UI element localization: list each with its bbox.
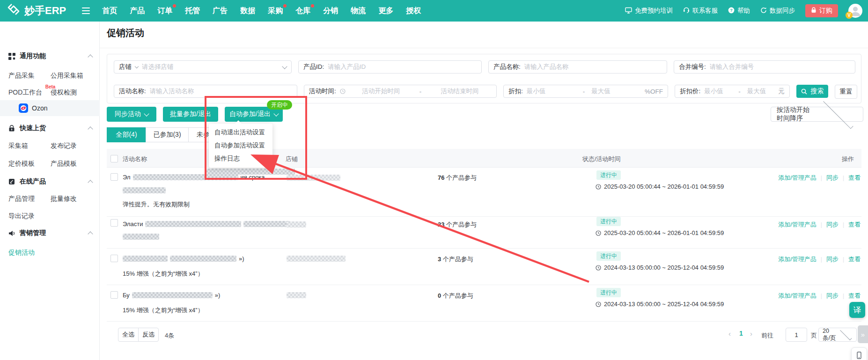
brand[interactable]: 妙手ERP: [0, 2, 66, 19]
row-divider: [107, 216, 861, 217]
nav-warehouse[interactable]: 仓库: [295, 6, 310, 16]
menu-item-operation-log[interactable]: 操作日志: [209, 152, 272, 165]
row-checkbox[interactable]: [110, 219, 118, 227]
sync-link[interactable]: 同步: [826, 255, 839, 264]
menu-icon[interactable]: [82, 7, 90, 15]
sidebar-section-general[interactable]: 通用功能: [0, 49, 100, 64]
nav-product[interactable]: 产品: [130, 6, 145, 16]
row-actions: 添加/管理产品| 同步| 查看: [778, 220, 861, 229]
sidebar-item-export-record[interactable]: 导出记录: [8, 212, 35, 220]
prev-page-button[interactable]: ‹: [728, 330, 731, 338]
redacted-text: [132, 292, 213, 298]
discount-price-range-input[interactable]: 折扣价: 最小值 - 最大值 元: [675, 85, 790, 98]
shop-select[interactable]: 店铺 请选择店铺: [114, 60, 292, 73]
nav-purchase[interactable]: 采购: [268, 6, 283, 16]
nav-home[interactable]: 首页: [102, 6, 117, 16]
page-size-select[interactable]: 20条/页: [818, 328, 857, 342]
contact-support-link[interactable]: 联系客服: [683, 7, 718, 15]
main-menu: 首页 产品 订单 托管 广告 数据 采购 仓库 分销 物流 更多 授权: [102, 6, 421, 16]
manage-products-link[interactable]: 添加/管理产品: [778, 255, 817, 264]
nav-ads[interactable]: 广告: [213, 6, 228, 16]
clock-icon: [340, 88, 346, 94]
menu-item-auto-exit-settings[interactable]: 自动退出活动设置: [209, 126, 272, 139]
sync-link[interactable]: 同步: [826, 220, 839, 229]
invert-selection-button[interactable]: 反选: [138, 328, 159, 342]
row-divider: [107, 285, 861, 285]
sidebar-item-ozon[interactable]: Ozon: [0, 100, 100, 116]
sync-link[interactable]: 同步: [826, 174, 839, 182]
view-link[interactable]: 查看: [848, 174, 861, 182]
sidebar-item-collect-box[interactable]: 采集箱: [8, 142, 28, 150]
redacted-store: [287, 256, 346, 262]
status-badge: 进行中: [596, 288, 621, 297]
redacted-text: [133, 174, 238, 180]
sync-link[interactable]: 同步: [826, 292, 839, 300]
goto-page-input[interactable]: 1: [786, 328, 807, 342]
row-checkbox[interactable]: [110, 173, 118, 181]
translate-button[interactable]: 译: [849, 302, 865, 318]
sidebar-item-infringement-check[interactable]: 侵权检测: [51, 88, 77, 97]
chevron-down-icon: [273, 111, 279, 116]
activity-name-input[interactable]: 活动名称: 请输入活动名称: [114, 85, 297, 98]
activity-time-range-picker[interactable]: 活动时间: 活动开始时间 - 活动结束时间: [304, 85, 497, 98]
select-all-button[interactable]: 全选: [118, 328, 139, 342]
total-count: 4条: [165, 331, 174, 340]
phone-widget[interactable]: [851, 347, 867, 360]
nav-distribution[interactable]: 分销: [323, 6, 338, 16]
tab-all[interactable]: 全部(4): [107, 127, 146, 142]
search-button[interactable]: 搜索: [796, 85, 828, 98]
auto-join-exit-dropdown: 自动退出活动设置 自动参加活动设置 操作日志: [209, 124, 272, 168]
product-id-input[interactable]: 产品ID: 请输入产品ID: [298, 60, 482, 73]
discount-range-input[interactable]: 折扣: 最小值 - 最大值 %OFF: [503, 85, 668, 98]
chevron-up-icon: [88, 54, 93, 59]
tab-joined[interactable]: 已参加(3): [146, 127, 189, 142]
sidebar-section-marketing[interactable]: 营销管理: [0, 226, 100, 241]
page-unit-label: 页: [811, 331, 817, 340]
sidebar-item-pricing-template[interactable]: 定价模板: [8, 160, 35, 168]
view-link[interactable]: 查看: [848, 292, 861, 300]
sidebar-item-public-collect-box[interactable]: 公用采集箱: [51, 72, 83, 80]
next-page-button[interactable]: ›: [750, 330, 752, 338]
collapse-handle[interactable]: »: [858, 325, 868, 343]
current-page[interactable]: 1: [739, 330, 743, 337]
free-training-link[interactable]: 免费预约培训: [625, 7, 673, 15]
sidebar-item-promotions[interactable]: 促销活动: [8, 249, 35, 257]
sidebar-item-product-management[interactable]: 产品管理: [8, 195, 35, 203]
sidebar-item-publish-record[interactable]: 发布记录: [51, 142, 77, 150]
sidebar-item-product-collect[interactable]: 产品采集: [8, 72, 35, 80]
product-name-input[interactable]: 产品名称: 请输入产品名称: [488, 60, 667, 73]
nav-logistics[interactable]: 物流: [351, 6, 366, 16]
manage-products-link[interactable]: 添加/管理产品: [778, 292, 817, 300]
reset-button[interactable]: 重置: [835, 85, 857, 99]
participants: 76 个产品参与: [438, 174, 477, 182]
sync-activities-button[interactable]: 同步活动: [107, 107, 156, 122]
activity-name-placeholder: 请输入活动名称: [150, 87, 292, 96]
nav-data[interactable]: 数据: [240, 6, 255, 16]
select-all-checkbox[interactable]: [110, 155, 118, 162]
sidebar-item-product-template[interactable]: 产品模板: [51, 160, 77, 168]
nav-order[interactable]: 订单: [157, 6, 172, 16]
sidebar-section-online-products[interactable]: 在线产品: [0, 174, 100, 189]
menu-item-auto-join-settings[interactable]: 自动参加活动设置: [209, 139, 272, 152]
nav-authorization[interactable]: 授权: [406, 6, 421, 16]
help-link[interactable]: ? 帮助: [728, 7, 750, 15]
sidebar-section-quick-listing[interactable]: 快速上货: [0, 121, 100, 136]
data-sync-link[interactable]: 数据同步: [760, 7, 795, 15]
row-checkbox[interactable]: [110, 291, 118, 299]
avatar[interactable]: V: [848, 4, 862, 18]
row-checkbox[interactable]: [110, 255, 118, 262]
manage-products-link[interactable]: 添加/管理产品: [778, 174, 817, 182]
sidebar-item-batch-edit[interactable]: 批量修改: [51, 195, 77, 203]
sidebar-item-pod-workbench[interactable]: POD工作台 Beta: [8, 88, 42, 97]
subscribe-button[interactable]: 订购: [805, 4, 838, 17]
view-link[interactable]: 查看: [848, 220, 861, 229]
nav-more[interactable]: 更多: [378, 6, 393, 16]
goto-label: 前往: [761, 331, 773, 340]
sort-select[interactable]: 按活动开始时间降序: [771, 107, 863, 122]
merge-number-input[interactable]: 合并编号: 请输入合并编号: [674, 60, 855, 73]
manage-products-link[interactable]: 添加/管理产品: [778, 220, 817, 229]
status-badge: 进行中: [596, 170, 621, 180]
view-link[interactable]: 查看: [848, 255, 861, 264]
nav-hosting[interactable]: 托管: [185, 6, 200, 16]
batch-join-exit-button[interactable]: 批量参加/退出: [163, 107, 218, 122]
